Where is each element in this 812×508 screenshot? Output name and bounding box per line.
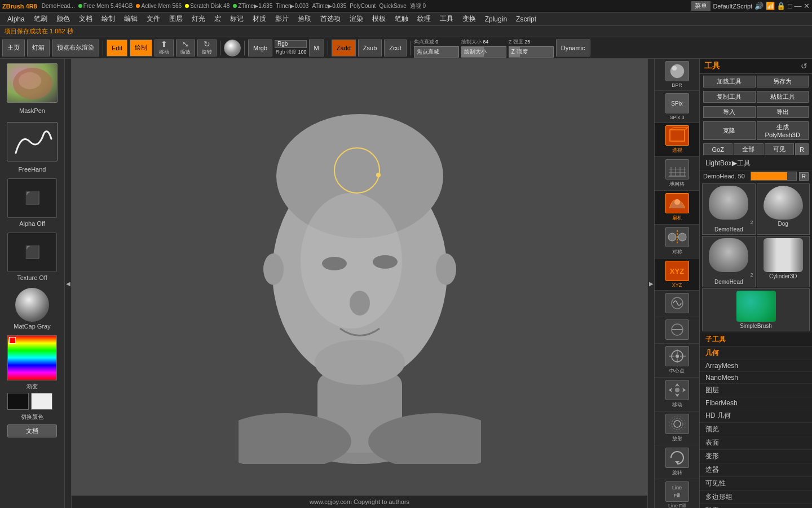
bpr-button[interactable]: BPR xyxy=(655,59,699,91)
subtools-header[interactable]: 子工具 xyxy=(700,333,812,347)
menu-light[interactable]: 灯光 xyxy=(188,13,209,25)
paste-tool-button[interactable]: 粘贴工具 xyxy=(757,91,809,103)
menu-edit[interactable]: 编辑 xyxy=(120,13,142,25)
rig-item[interactable]: 造器 xyxy=(700,463,812,477)
move-tool-button[interactable]: 移动 xyxy=(655,378,699,411)
menu-layer[interactable]: 图层 xyxy=(165,13,187,25)
center-point-button[interactable]: 中心点 xyxy=(655,344,699,378)
left-collapse-arrow[interactable]: ◀ xyxy=(65,59,72,508)
subtool-demohead2[interactable]: 2 DemoHead xyxy=(702,236,756,287)
r-button[interactable]: R xyxy=(795,143,809,155)
matcap-thumb-wrap[interactable] xyxy=(0,284,64,323)
import-button[interactable]: 导入 xyxy=(703,106,756,118)
flatten-button[interactable]: 扁机 xyxy=(655,191,699,225)
menu-macro[interactable]: 宏 xyxy=(210,13,225,25)
menu-template[interactable]: 模板 xyxy=(368,13,390,25)
all-button[interactable]: 全部 xyxy=(734,143,763,155)
dynamic-button[interactable]: Dynamic xyxy=(556,40,590,56)
zsub-button[interactable]: Zsub xyxy=(358,40,382,56)
swatch-black[interactable] xyxy=(7,393,29,410)
home-button[interactable]: 主页 xyxy=(2,40,25,56)
m-button[interactable]: M xyxy=(309,40,324,56)
arraymesh-item[interactable]: ArrayMesh xyxy=(700,360,812,372)
symmetry-button[interactable]: 对称 xyxy=(655,225,699,259)
menu-material[interactable]: 材质 xyxy=(249,13,270,25)
zadd-button[interactable]: Zadd xyxy=(332,40,356,56)
move-button[interactable]: ⬆ 移动 xyxy=(155,40,174,56)
subtool-simplebrush[interactable]: SimpleBrush xyxy=(702,288,810,331)
current-tool-slider[interactable] xyxy=(751,172,797,181)
tool-panel-refresh-icon[interactable]: ↺ xyxy=(801,62,807,71)
radiate-button[interactable]: 放射 xyxy=(655,411,699,445)
subtool-cylinder[interactable]: Cylinder3D xyxy=(757,236,810,287)
menu-brush[interactable]: 笔刷 xyxy=(30,13,51,25)
menu-document[interactable]: 文档 xyxy=(75,13,96,25)
visible-button[interactable]: 可见 xyxy=(765,143,794,155)
focus-slider[interactable]: 焦点衰减 xyxy=(414,46,459,58)
material-sphere[interactable] xyxy=(224,40,241,56)
preview-item[interactable]: 预览 xyxy=(700,423,812,436)
draw-button[interactable]: 绘制 xyxy=(130,40,152,56)
sym-option1-button[interactable] xyxy=(655,291,699,317)
mrgb-button[interactable]: Mrgb xyxy=(248,40,272,56)
save-as-button[interactable]: 另存为 xyxy=(757,76,809,87)
texture-thumbnail[interactable]: ⬛ xyxy=(7,233,57,272)
edit-button[interactable]: Edit xyxy=(107,40,127,56)
color-picker[interactable] xyxy=(7,335,57,380)
swatch-white[interactable] xyxy=(31,393,52,410)
menu-zplugin[interactable]: Zplugin xyxy=(481,14,511,24)
load-tool-button[interactable]: 加载工具 xyxy=(703,76,756,87)
fibermesh-item[interactable]: FiberMesh xyxy=(700,397,812,409)
menu-movie[interactable]: 影片 xyxy=(271,13,293,25)
right-collapse-arrow[interactable]: ▶ xyxy=(647,59,654,508)
menu-stroke[interactable]: 笔触 xyxy=(391,13,412,25)
rgb-button[interactable]: Rgb xyxy=(275,40,307,48)
layers-item[interactable]: 图层 xyxy=(700,384,812,397)
menu-mark[interactable]: 标记 xyxy=(226,13,248,25)
preview-render-button[interactable]: 预览布尔渲染 xyxy=(52,40,99,56)
visibility-item[interactable]: 可见性 xyxy=(700,477,812,491)
menu-preferences[interactable]: 首选项 xyxy=(316,13,345,25)
floor-grid-button[interactable]: 地网格 xyxy=(655,157,699,191)
menu-transform[interactable]: 变换 xyxy=(458,13,480,25)
surface-item[interactable]: 表面 xyxy=(700,436,812,450)
menu-render[interactable]: 渲染 xyxy=(346,13,367,25)
menu-draw[interactable]: 绘制 xyxy=(98,13,119,25)
draw-size-slider[interactable]: 绘制大小 xyxy=(461,46,506,58)
menu-alpha[interactable]: Alpha xyxy=(3,14,29,24)
docs-button[interactable]: 文档 xyxy=(7,424,57,437)
goz-button[interactable]: GoZ xyxy=(703,143,732,155)
line-fill-button[interactable]: LineFill Line Fill xyxy=(655,479,699,508)
sym-option2-button[interactable] xyxy=(655,317,699,344)
menu-file[interactable]: 文件 xyxy=(143,13,164,25)
maskpen-thumbnail[interactable] xyxy=(7,63,58,103)
subtool-dog[interactable]: Dog xyxy=(757,183,810,235)
lightbox-item[interactable]: LightBox▶工具 xyxy=(700,157,812,170)
xyz-button[interactable]: XYZ XYZ xyxy=(655,259,699,291)
export-button[interactable]: 导出 xyxy=(757,106,809,118)
alpha-thumbnail[interactable]: ⬛ xyxy=(7,178,57,218)
hd-geometry-item[interactable]: HD 几何 xyxy=(700,409,812,423)
scale-button[interactable]: ⤡ 缩放 xyxy=(176,40,195,56)
current-tool-r-button[interactable]: R xyxy=(799,172,809,181)
polygroups-item[interactable]: 多边形组 xyxy=(700,491,812,504)
subtool-demohead1[interactable]: 2 DemoHead xyxy=(702,183,756,235)
contact-item[interactable]: 联系 xyxy=(700,504,812,508)
menu-color[interactable]: 颜色 xyxy=(52,13,74,25)
rotate-button[interactable]: ↻ 旋转 xyxy=(197,40,217,56)
geometry-header[interactable]: 几何 xyxy=(700,347,812,360)
lightbox-button[interactable]: 灯箱 xyxy=(27,40,50,56)
canvas-area[interactable]: www.cgjoy.com Copyright to authors xyxy=(72,59,647,508)
menu-texture[interactable]: 纹理 xyxy=(413,13,435,25)
perspective-button[interactable]: 透视 xyxy=(655,123,699,157)
nanomesh-item[interactable]: NanoMesh xyxy=(700,372,812,384)
rotate-tool-button[interactable]: 旋转 xyxy=(655,445,699,479)
zcut-button[interactable]: Zcut xyxy=(384,40,406,56)
copy-tool-button[interactable]: 复制工具 xyxy=(703,91,756,103)
switch-color-button[interactable]: 切换颜色 xyxy=(0,412,64,422)
polymesh-button[interactable]: 生成 PolyMesh3D xyxy=(757,121,809,140)
menu-pickup[interactable]: 拾取 xyxy=(294,13,315,25)
deformation-item[interactable]: 变形 xyxy=(700,450,812,463)
menu-button[interactable]: 菜单 xyxy=(691,1,710,11)
z-intensity-slider[interactable]: Z 强度 xyxy=(509,46,554,58)
